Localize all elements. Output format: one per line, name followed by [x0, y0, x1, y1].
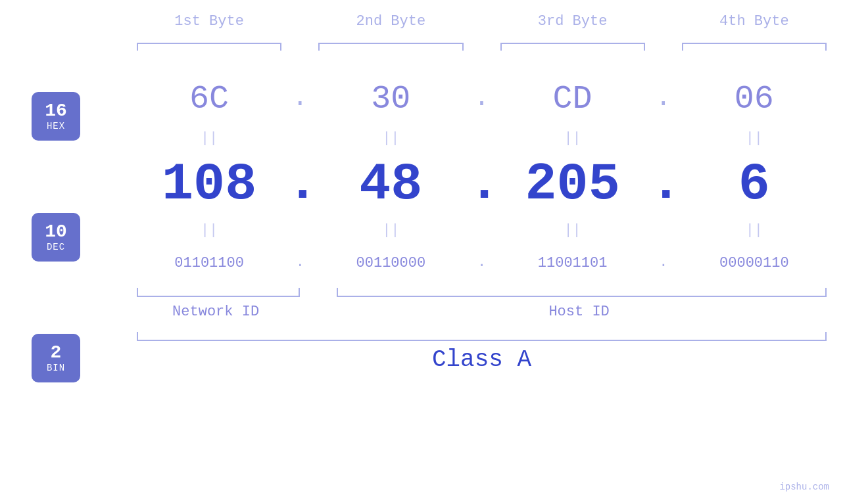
- hex-value-3: CD: [553, 80, 592, 118]
- byte-header-3: 3rd Byte: [495, 13, 650, 30]
- network-id-label: Network ID: [132, 304, 300, 320]
- dec-value-1: 108: [162, 154, 256, 214]
- bin-badge-label: BIN: [47, 363, 65, 373]
- hex-value-4: 06: [735, 80, 774, 118]
- byte-header-1: 1st Byte: [132, 13, 287, 30]
- bin-cell-1: 01101100: [132, 255, 287, 271]
- dec-cell-4: 6: [677, 154, 832, 214]
- dec-dot-1: .: [287, 151, 313, 217]
- dec-value-4: 6: [738, 154, 770, 214]
- bin-cell-3: 11001101: [495, 255, 650, 271]
- equals-2-3: ||: [495, 222, 650, 239]
- bin-dot-2: .: [469, 243, 495, 283]
- hex-value-1: 6C: [189, 80, 229, 118]
- bottom-brackets-row: [132, 288, 832, 297]
- dec-cell-3: 205: [495, 154, 650, 214]
- dec-value-3: 205: [525, 154, 620, 214]
- bytes-area: 1st Byte 2nd Byte 3rd Byte 4th Byte: [132, 0, 832, 504]
- top-brackets: [132, 43, 832, 56]
- equals-1-2: ||: [313, 130, 468, 147]
- top-bracket-2: [318, 43, 463, 56]
- dec-row: 108 . 48 . 205 . 6: [132, 151, 832, 217]
- equals-2-1: ||: [132, 222, 287, 239]
- hex-row: 6C . 30 . CD . 06: [132, 72, 832, 125]
- top-bracket-4: [682, 43, 827, 56]
- host-bracket: [337, 288, 827, 297]
- class-bracket-line: [137, 332, 827, 341]
- bin-badge-number: 2: [51, 343, 62, 363]
- hex-cell-4: 06: [677, 80, 832, 118]
- equals-2-2: ||: [313, 222, 468, 239]
- bin-cell-2: 00110000: [313, 255, 468, 271]
- badges-column: 16 HEX 10 DEC 2 BIN: [32, 92, 80, 382]
- byte-headers: 1st Byte 2nd Byte 3rd Byte 4th Byte: [132, 13, 832, 30]
- dec-badge-label: DEC: [47, 242, 65, 252]
- bin-value-1: 01101100: [174, 255, 244, 271]
- bin-value-4: 00000110: [719, 255, 789, 271]
- equals-1-3: ||: [495, 130, 650, 147]
- hex-dot-1: .: [287, 72, 313, 125]
- hex-badge-label: HEX: [47, 121, 65, 131]
- equals-1-1: ||: [132, 130, 287, 147]
- equals-1-4: ||: [677, 130, 832, 147]
- bin-value-3: 11001101: [538, 255, 608, 271]
- main-container: 16 HEX 10 DEC 2 BIN 1st Byte 2nd Byte 3r…: [0, 0, 845, 504]
- hex-cell-2: 30: [313, 80, 468, 118]
- byte-header-2: 2nd Byte: [313, 13, 468, 30]
- dec-dot-3: .: [650, 151, 677, 217]
- hex-dot-3: .: [650, 72, 677, 125]
- bin-value-2: 00110000: [356, 255, 426, 271]
- class-bracket-area: Class A: [132, 332, 832, 373]
- byte-header-4: 4th Byte: [677, 13, 832, 30]
- bin-cell-4: 00000110: [677, 255, 832, 271]
- network-bracket: [137, 288, 300, 297]
- bin-badge: 2 BIN: [32, 334, 80, 382]
- class-label: Class A: [132, 346, 832, 373]
- dec-cell-1: 108: [132, 154, 287, 214]
- hex-cell-3: CD: [495, 80, 650, 118]
- id-labels: Network ID Host ID: [132, 304, 832, 320]
- bin-dot-1: .: [287, 243, 313, 283]
- host-id-label: Host ID: [326, 304, 832, 320]
- rows-area: 6C . 30 . CD . 06 || ||: [132, 72, 832, 373]
- hex-dot-2: .: [469, 72, 495, 125]
- hex-value-2: 30: [371, 80, 410, 118]
- top-bracket-3: [500, 43, 645, 56]
- dec-badge-number: 10: [45, 222, 67, 242]
- equals-2-4: ||: [677, 222, 832, 239]
- dec-cell-2: 48: [313, 154, 468, 214]
- bin-row: 01101100 . 00110000 . 11001101 . 0000011…: [132, 243, 832, 283]
- hex-badge-number: 16: [45, 101, 67, 122]
- watermark: ipshu.com: [779, 482, 829, 492]
- dec-dot-2: .: [469, 151, 495, 217]
- equals-row-1: || || || ||: [132, 125, 832, 151]
- bin-dot-3: .: [650, 243, 677, 283]
- dec-value-2: 48: [359, 154, 422, 214]
- equals-row-2: || || || ||: [132, 217, 832, 243]
- top-bracket-1: [137, 43, 281, 56]
- hex-badge: 16 HEX: [32, 92, 80, 141]
- dec-badge: 10 DEC: [32, 213, 80, 262]
- hex-cell-1: 6C: [132, 80, 287, 118]
